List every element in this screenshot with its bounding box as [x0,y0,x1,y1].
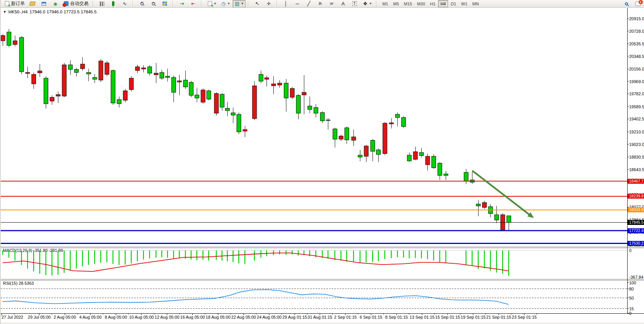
price-axis-label: 20728.0 [629,29,644,34]
vertical-line-button[interactable]: │ [281,0,291,8]
chart-canvas[interactable] [1,0,644,324]
rsi-panel [1,289,627,309]
horizontal-price-lines[interactable] [1,181,627,243]
indicators-icon: ▧ [234,1,240,7]
candles [1,29,511,231]
main-toolbar: + 新订单 ◉ 自动交易 ∿ + − ⇥ ⇤ +▼ ◷▼ ▧▼ ↖ ✛ │ ─ … [1,0,644,8]
trend-line-button[interactable]: ╱ [304,0,314,8]
text-label-button[interactable]: T [349,0,360,8]
toolbar-separator [276,1,278,6]
chart-shift-button[interactable]: ⇤ [188,0,199,8]
price-axis-label: 19023.0 [629,142,644,147]
rsi-axis-label: 50 [629,296,634,300]
crosshair-button[interactable]: ✛ [263,0,274,8]
zoom-in-icon: + [139,1,145,7]
auto-trading-icon [63,1,69,7]
horizontal-line-button[interactable]: ─ [292,0,303,8]
new-order-icon: + [4,1,10,7]
signals-icon: ◉ [52,1,58,7]
new-order-button[interactable]: + 新订单 [2,0,26,8]
toolbar-separator [248,1,250,6]
horizontal-line-icon: ─ [294,1,300,7]
line-chart-button[interactable]: ∿ [119,0,130,8]
time-axis-label: 15 Sep 01:15 [435,315,460,319]
price-line-badge[interactable]: 18467.7 [628,179,644,184]
equidistant-channel-button[interactable]: //E [315,0,326,8]
macd-axis-label: 0 [629,248,631,253]
time-axis-label: 24 Aug 05:00 [257,315,282,319]
macd-panel [1,250,627,276]
timeframe-m30[interactable]: M30 [415,0,427,7]
timeframe-m15[interactable]: M15 [401,0,414,7]
new-chart-button[interactable]: +▼ [205,0,218,8]
price-line-badge[interactable]: 18239.8 [628,194,644,199]
auto-scroll-button[interactable]: ⇥ [177,0,187,8]
time-axis-label: 2 Sep 01:15 [334,315,357,319]
price-line-badge[interactable]: 17845.5 [628,220,644,225]
time-axis-label: 21 Sep 01:15 [486,315,511,319]
symbol-dropdown-icon[interactable]: ▼ [3,10,6,14]
timeframe-h4[interactable]: H4 [438,0,448,7]
toolbar-separator [172,1,174,6]
price-axis-label: 20156.0 [629,67,644,71]
timeframe-w1[interactable]: W1 [459,0,470,7]
trend-arrow[interactable] [472,171,530,215]
tile-windows-button[interactable] [159,0,170,8]
macd-panel-splitter[interactable] [1,247,644,248]
timeframe-m1[interactable]: M1 [380,0,390,7]
text-tool-button[interactable]: A [338,0,348,8]
time-axis-label: 4 Aug 05:00 [79,315,102,319]
time-axis-label: 29 Aug 01:15 [283,315,307,319]
price-line-badge[interactable]: 18033.8 [628,207,644,212]
rsi-panel-splitter[interactable] [1,279,644,281]
text-tool-icon: A [340,1,346,7]
bar-chart-button[interactable] [96,0,107,8]
search-button[interactable] [621,0,632,8]
metaeditor-button[interactable] [27,0,38,8]
timeframe-h1[interactable]: H1 [428,0,438,7]
trend-line-icon: ╱ [306,1,312,7]
bar-chart-icon [99,1,105,7]
fibonacci-button[interactable]: ≡F [326,0,337,8]
chevron-down-icon: ▼ [241,2,244,5]
price-line-badge[interactable]: 17530.2 [628,241,644,246]
price-axis-label: 20348.5 [629,54,644,59]
time-axis-label: 13 Sep 01:15 [410,315,434,319]
notifications-button[interactable]: 1 [633,0,643,8]
price-axis-label: 19782.0 [629,91,644,96]
signals-button[interactable]: ◉ [50,0,61,8]
metaeditor-icon [29,1,35,7]
periods-button[interactable]: ◷▼ [219,0,232,8]
time-axis-label: 27 Jul 2022 [2,315,23,319]
zoom-in-button[interactable]: + [137,0,147,8]
price-line-badge[interactable]: 17722.4 [628,228,644,233]
time-axis-label: 12 Aug 05:00 [155,315,180,319]
zoom-out-button[interactable]: − [148,0,159,8]
candlestick-chart-button[interactable] [108,0,119,8]
chart-ohlc: 17946.0 17946.0 17723.5 17845.5 [29,10,96,14]
rsi-axis-label: 15 [629,306,634,311]
timeframe-m5[interactable]: M5 [391,0,401,7]
trend-arrow-head [527,212,534,218]
chart-title: ▼ HK50-,H4 17946.0 17946.0 17723.5 17845… [3,10,96,14]
shapes-button[interactable]: ❖▼ [361,0,374,8]
cursor-button[interactable]: ↖ [252,0,263,8]
rsi-axis-label: 0 [629,311,631,316]
toolbar-separator [92,1,94,6]
fibonacci-icon: ≡F [329,1,335,7]
timeframe-toolbar: M1M5M15M30H1H4D1W1MN [380,0,481,7]
indicators-button[interactable]: ▧▼ [233,0,246,8]
time-axis-label: 18 Aug 05:00 [206,315,231,319]
terminal-button[interactable] [39,0,49,8]
time-axis-label: 8 Aug 05:00 [105,315,127,319]
chart-shift-icon: ⇤ [190,1,196,7]
timeframe-d1[interactable]: D1 [448,0,458,7]
rsi-axis-label: 100 [629,281,636,285]
timeframe-mn[interactable]: MN [470,0,481,7]
time-axis-label: 10 Aug 05:00 [129,315,154,319]
chevron-down-icon: ▼ [369,2,372,5]
time-axis-label: 8 Sep 01:15 [385,315,408,319]
toolbar-separator [132,1,134,6]
zoom-out-icon: − [150,1,156,7]
auto-trading-button[interactable]: 自动交易 [61,0,90,8]
